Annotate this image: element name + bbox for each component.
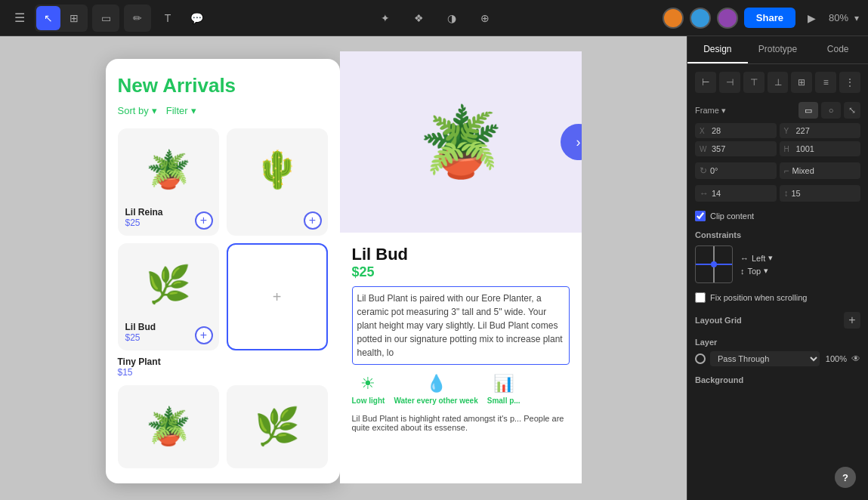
share-button[interactable]: Share	[744, 8, 795, 28]
new-arrivals-title: New Arrivals	[118, 74, 328, 97]
play-button[interactable]: ▶	[802, 8, 823, 29]
h-input[interactable]	[796, 144, 826, 153]
panel-body: ⊢ ⊣ ⊤ ⊥ ⊞ ≡ ⋮ Frame ▾ ▭ ○ ⤡	[687, 64, 868, 500]
align-top-button[interactable]: ⊥	[768, 72, 789, 93]
detail-description: Lil Bud Plant is paired with our Eore Pl…	[352, 286, 570, 365]
figma-icon[interactable]: ✦	[373, 6, 397, 30]
mask-icon[interactable]: ◑	[440, 6, 464, 30]
frame-box-button[interactable]: ▭	[798, 102, 818, 119]
padding-v-group: ↕	[780, 185, 861, 202]
align-bottom-button[interactable]: ≡	[815, 72, 836, 93]
boolean-icon[interactable]: ⊕	[473, 6, 497, 30]
canvas-inner: New Arrivals Sort by ▾ Filter ▾	[106, 51, 582, 483]
mixed-input[interactable]	[792, 166, 830, 175]
add-lil-reina-button[interactable]: +	[195, 211, 213, 230]
constraint-center-dot	[711, 261, 717, 267]
product-card-lil-reina[interactable]: 🪴 Lil Reina $25 +	[118, 128, 219, 236]
padding-v-input[interactable]	[792, 189, 829, 198]
detail-action-button[interactable]: ›	[561, 124, 582, 160]
add-cactus-button[interactable]: +	[304, 211, 322, 230]
xywh-grid: X Y W H	[695, 123, 860, 156]
layer-blend-select[interactable]: Pass Through	[710, 351, 820, 366]
product-card-lil-bud[interactable]: 🌿 Lil Bud $25 +	[118, 243, 219, 350]
product-img-aloe: 🌿	[234, 393, 320, 461]
pen-tool[interactable]: ✏	[125, 6, 150, 30]
water-icon: 💧	[426, 374, 446, 394]
add-lil-bud-button[interactable]: +	[195, 326, 213, 344]
tab-prototype[interactable]: Prototype	[748, 36, 808, 63]
layout-grid-row: Layout Grid +	[695, 312, 860, 329]
x-input[interactable]	[712, 126, 742, 135]
fix-position-checkbox[interactable]	[695, 292, 706, 303]
sort-chevron-icon: ▾	[152, 105, 157, 116]
w-label: W	[700, 145, 709, 153]
clip-content-checkbox[interactable]	[695, 211, 706, 221]
filter-button[interactable]: Filter ▾	[166, 105, 196, 116]
shape-tool[interactable]: ▭	[94, 6, 118, 30]
align-left-button[interactable]: ⊢	[695, 72, 716, 93]
x-input-group: X	[695, 123, 777, 138]
frame-circle-button[interactable]: ○	[821, 102, 841, 119]
constraints-visual: ↔ Left ▾ ↕ Top ▾	[695, 245, 860, 283]
rotation-input[interactable]	[710, 166, 748, 175]
x-label: X	[700, 127, 709, 135]
frame-tool[interactable]: ⊞	[62, 6, 86, 30]
align-center-h-button[interactable]: ⊣	[719, 72, 740, 93]
comment-tool[interactable]: 💬	[184, 6, 209, 30]
rotation-row: ↻ ⌐	[695, 162, 860, 179]
constraint-left-select[interactable]: ↔ Left ▾	[740, 253, 773, 263]
detail-product-price: $25	[352, 264, 570, 280]
topbar-right: Share ▶ 80% ▾	[663, 8, 859, 29]
w-input[interactable]	[712, 144, 742, 153]
frame-resize-button[interactable]: ⤡	[844, 102, 860, 119]
text-tool[interactable]: T	[156, 6, 180, 30]
corner-icon: ⌐	[784, 165, 789, 176]
constraints-dropdowns: ↔ Left ▾ ↕ Top ▾	[740, 253, 773, 276]
right-panel: Design Prototype Code ⊢ ⊣ ⊤ ⊥ ⊞ ≡ ⋮ Fram…	[687, 36, 868, 500]
product-card-cactus[interactable]: 🌵 +	[227, 128, 328, 236]
y-input[interactable]	[796, 126, 826, 135]
background-label: Background	[695, 375, 860, 384]
filter-row: Sort by ▾ Filter ▾	[118, 105, 328, 116]
clip-content-label: Clip content	[710, 211, 754, 221]
avatar-1	[663, 8, 684, 29]
select-tool[interactable]: ↖	[36, 6, 60, 30]
help-button[interactable]: ?	[835, 467, 856, 488]
tool-group-shape: ▭	[92, 5, 119, 32]
tool-group-select: ↖ ⊞	[35, 5, 88, 32]
frame-chevron-icon: ▾	[721, 106, 726, 116]
rotation-icon: ↻	[700, 165, 707, 176]
menu-icon[interactable]: ☰	[9, 8, 30, 29]
product-img-lil-reina: 🪴	[125, 136, 212, 204]
constraints-box	[695, 245, 733, 283]
background-section: Background	[695, 375, 860, 384]
zoom-chevron-icon[interactable]: ▾	[854, 13, 859, 23]
component-icon[interactable]: ❖	[406, 6, 431, 30]
zoom-level[interactable]: 80%	[829, 12, 848, 23]
distribute-button[interactable]: ⋮	[839, 72, 860, 93]
add-layout-grid-button[interactable]: +	[844, 312, 860, 329]
care-label-water: Water every other week	[394, 397, 477, 405]
padding-h-group: ↔	[695, 185, 777, 202]
align-right-button[interactable]: ⊤	[743, 72, 765, 93]
product-img-succulent: 🪴	[125, 393, 212, 461]
product-card-selected[interactable]: +	[227, 243, 328, 350]
product-card-succulent[interactable]: 🪴	[118, 385, 219, 468]
canvas[interactable]: New Arrivals Sort by ▾ Filter ▾	[0, 36, 687, 500]
fix-position-row: Fix position when scrolling	[695, 292, 860, 303]
avatar-3	[717, 8, 738, 29]
product-card-aloe[interactable]: 🌿	[227, 385, 328, 468]
h-label: H	[784, 145, 793, 153]
constraint-left-chevron-icon: ▾	[768, 253, 773, 263]
sort-by-button[interactable]: Sort by ▾	[118, 105, 157, 116]
tab-code[interactable]: Code	[808, 36, 868, 63]
topbar: ☰ ↖ ⊞ ▭ ✏ T 💬 ✦ ❖ ◑ ⊕ Share ▶ 80% ▾	[0, 0, 868, 36]
constraint-top-select[interactable]: ↕ Top ▾	[740, 266, 773, 276]
visibility-eye-icon[interactable]: 👁	[851, 353, 860, 364]
padding-h-input[interactable]	[712, 189, 749, 198]
frame-label[interactable]: Frame ▾	[695, 106, 726, 116]
topbar-center: ✦ ❖ ◑ ⊕	[215, 6, 656, 30]
align-center-v-button[interactable]: ⊞	[791, 72, 812, 93]
layout-grid-label: Layout Grid	[695, 316, 742, 325]
tab-design[interactable]: Design	[687, 36, 748, 63]
